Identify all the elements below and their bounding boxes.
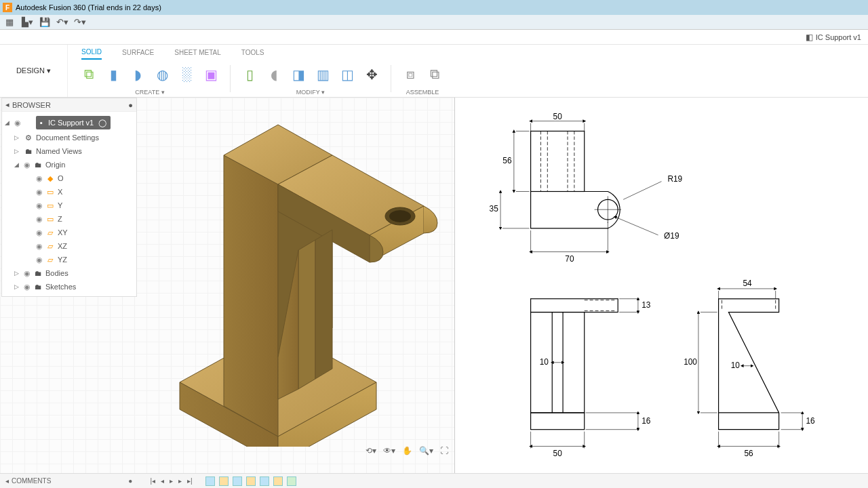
tab-solid[interactable]: SOLID — [81, 45, 102, 60]
browser-settings-icon[interactable]: ● — [128, 101, 133, 109]
visibility-icon[interactable]: ◉ — [14, 119, 21, 127]
grid-icon[interactable]: ▦ — [4, 17, 15, 28]
timeline-feature[interactable] — [260, 476, 269, 486]
dim-16: 16 — [642, 416, 651, 426]
expand-icon[interactable]: ◢ — [5, 119, 12, 126]
svg-rect-14 — [531, 131, 585, 191]
timeline-feature[interactable] — [219, 476, 229, 486]
redo-icon[interactable]: ↷▾ — [75, 17, 85, 28]
save-icon[interactable]: 💾 — [39, 17, 50, 28]
model-3d — [156, 115, 441, 447]
comments-panel-header[interactable]: ◂COMMENTS ● — [0, 477, 138, 485]
svg-point-10 — [389, 210, 411, 222]
tab-sheet-metal[interactable]: SHEET METAL — [174, 46, 221, 59]
plane-icon: ▱ — [45, 242, 55, 251]
quick-access-toolbar: ▦ ▙▾ 💾 ↶▾ ↷▾ — [0, 15, 868, 30]
dim-56: 56 — [502, 156, 512, 165]
combine-icon[interactable]: ▥ — [312, 64, 334, 85]
orbit-icon[interactable]: ⟲▾ — [364, 445, 378, 457]
visibility-icon[interactable]: ◉ — [36, 188, 43, 197]
timeline: |◂ ◂ ▸ ▸ ▸| — [144, 476, 300, 486]
file-icon[interactable]: ▙▾ — [22, 17, 33, 28]
collapse-arrow-icon[interactable]: ◂ — [5, 100, 9, 109]
tree-document-settings[interactable]: ▷⚙Document Settings — [2, 131, 136, 144]
fit-icon[interactable]: ⛶ — [439, 445, 450, 457]
tree-bodies[interactable]: ▷◉🖿Bodies — [2, 266, 136, 280]
drawing-panel: 50 56 35 70 R19 Ø19 — [454, 98, 868, 473]
look-icon[interactable]: 👁▾ — [382, 445, 397, 457]
visibility-icon[interactable]: ◉ — [36, 215, 43, 224]
timeline-fwd-icon[interactable]: ▸ — [177, 477, 183, 485]
point-icon: ◆ — [45, 174, 55, 183]
document-tab[interactable]: IC Support v1 — [816, 33, 861, 41]
timeline-feature[interactable] — [287, 476, 296, 486]
timeline-play-icon[interactable]: ▸ — [168, 477, 174, 485]
ribbon: DESIGN ▾ SOLID SURFACE SHEET METAL TOOLS… — [0, 45, 868, 98]
undo-icon[interactable]: ↶▾ — [57, 17, 68, 28]
sweep-icon[interactable]: ◍ — [151, 64, 173, 85]
browser-header[interactable]: ◂BROWSER ● — [2, 98, 136, 112]
visibility-icon[interactable]: ◉ — [24, 161, 31, 169]
move-icon[interactable]: ✥ — [361, 64, 382, 85]
tree-origin-xy[interactable]: ◉▱XY — [2, 226, 136, 239]
split-icon[interactable]: ◫ — [336, 64, 358, 85]
browser-panel: ◂BROWSER ● ◢ ◉ ▪ IC Support v1 ◯ ▷⚙Docum… — [1, 98, 137, 297]
tree-origin-z[interactable]: ◉▭Z — [2, 212, 136, 226]
sketch-icon[interactable]: ⧉ — [78, 64, 100, 85]
pan-icon[interactable]: ✋ — [401, 445, 414, 457]
tree-origin-xz[interactable]: ◉▱XZ — [2, 239, 136, 253]
dim-10: 10 — [540, 357, 549, 367]
plane-icon: ▱ — [45, 256, 55, 264]
visibility-icon[interactable]: ◉ — [36, 228, 43, 237]
timeline-feature[interactable] — [233, 476, 242, 486]
visibility-icon[interactable]: ◉ — [36, 256, 43, 264]
svg-marker-12 — [315, 230, 332, 379]
tree-origin-y[interactable]: ◉▭Y — [2, 199, 136, 212]
tree-origin-o[interactable]: ◉◆O — [2, 171, 136, 185]
workspace-selector[interactable]: DESIGN ▾ — [0, 45, 68, 97]
revolve-icon[interactable]: ◗ — [127, 64, 149, 85]
tab-tools[interactable]: TOOLS — [241, 46, 264, 59]
svg-marker-3 — [224, 155, 278, 436]
tree-origin[interactable]: ◢◉🖿Origin — [2, 158, 136, 171]
visibility-icon[interactable]: ◉ — [36, 242, 43, 251]
asbuilt-icon[interactable]: ⧉ — [424, 64, 446, 85]
bottom-bar: ◂COMMENTS ● |◂ ◂ ▸ ▸ ▸| — [0, 473, 868, 488]
main-area: ◂BROWSER ● ◢ ◉ ▪ IC Support v1 ◯ ▷⚙Docum… — [0, 98, 868, 473]
tree-origin-yz[interactable]: ◉▱YZ — [2, 253, 136, 266]
presspull-icon[interactable]: ▯ — [239, 64, 260, 85]
zoom-icon[interactable]: 🔍▾ — [418, 445, 435, 457]
fillet-icon[interactable]: ◖ — [263, 64, 285, 85]
timeline-start-icon[interactable]: |◂ — [149, 477, 157, 485]
app-icon: F — [3, 3, 12, 12]
visibility-icon[interactable]: ◉ — [24, 283, 31, 291]
loft-icon[interactable]: ░ — [176, 64, 197, 85]
title-text: Autodesk Fusion 360 (Trial ends in 22 da… — [16, 3, 161, 12]
timeline-feature[interactable] — [246, 476, 256, 486]
tab-surface[interactable]: SURFACE — [122, 46, 154, 59]
visibility-icon[interactable]: ◉ — [36, 201, 43, 210]
visibility-icon[interactable]: ◉ — [24, 269, 31, 278]
dim-50: 50 — [553, 112, 563, 121]
shell-icon[interactable]: ◨ — [288, 64, 309, 85]
box-icon[interactable]: ▣ — [200, 64, 222, 85]
tree-named-views[interactable]: ▷🖿Named Views — [2, 144, 136, 158]
extrude-icon[interactable]: ▮ — [102, 64, 124, 85]
group-modify: ▯ ◖ ◨ ▥ ◫ ✥ MODIFY ▾ — [239, 60, 382, 97]
group-create: ⧉ ▮ ◗ ◍ ░ ▣ CREATE ▾ — [78, 60, 222, 97]
joint-icon[interactable]: ⧈ — [399, 64, 421, 85]
tree-sketches[interactable]: ▷◉🖿Sketches — [2, 280, 136, 293]
timeline-feature[interactable] — [273, 476, 283, 486]
tree-root[interactable]: ▪ IC Support v1 ◯ — [36, 116, 111, 129]
timeline-back-icon[interactable]: ◂ — [159, 477, 165, 485]
visibility-icon[interactable]: ◉ — [36, 174, 43, 183]
gear-icon: ⚙ — [24, 134, 33, 142]
tree-origin-x[interactable]: ◉▭X — [2, 185, 136, 199]
timeline-feature[interactable] — [205, 476, 215, 486]
document-tab-row: ◧ IC Support v1 — [0, 30, 868, 45]
svg-line-34 — [623, 182, 661, 200]
timeline-end-icon[interactable]: ▸| — [186, 477, 194, 485]
dim-d19: Ø19 — [664, 231, 679, 241]
title-bar: F Autodesk Fusion 360 (Trial ends in 22 … — [0, 0, 868, 15]
svg-rect-36 — [531, 299, 618, 312]
